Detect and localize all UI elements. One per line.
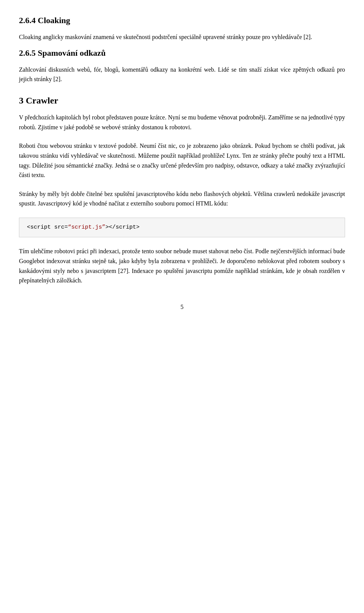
- paragraph-3-4: Tím ulehčíme robotovi práci při indexaci…: [19, 246, 345, 285]
- section-264: 2.6.4 Cloaking Cloaking anglicky masková…: [19, 15, 345, 42]
- paragraph-265: Zahlcování diskusních webů, fór, blogů, …: [19, 65, 345, 84]
- code-block: <script src=“script.js”></script>: [19, 218, 345, 238]
- code-text: <script src=“script.js”></script>: [27, 224, 140, 230]
- heading-3: 3 Crawler: [19, 95, 345, 107]
- section-3: 3 Crawler V předchozích kapitolách byl r…: [19, 95, 345, 285]
- page-number: 5: [19, 304, 345, 310]
- paragraph-3-2: Roboti čtou webovou stránku v textové po…: [19, 141, 345, 180]
- paragraph-3-1: V předchozích kapitolách byl robot předs…: [19, 113, 345, 132]
- page-container: 2.6.4 Cloaking Cloaking anglicky masková…: [19, 15, 345, 310]
- paragraph-3-3: Stránky by měly být dobře čitelné bez sp…: [19, 189, 345, 209]
- code-string: “script.js”: [68, 224, 105, 230]
- section-265: 2.6.5 Spamování odkazů Zahlcování diskus…: [19, 48, 345, 84]
- heading-264: 2.6.4 Cloaking: [19, 15, 345, 26]
- heading-265: 2.6.5 Spamování odkazů: [19, 48, 345, 59]
- paragraph-264: Cloaking anglicky maskování znamená ve s…: [19, 32, 345, 42]
